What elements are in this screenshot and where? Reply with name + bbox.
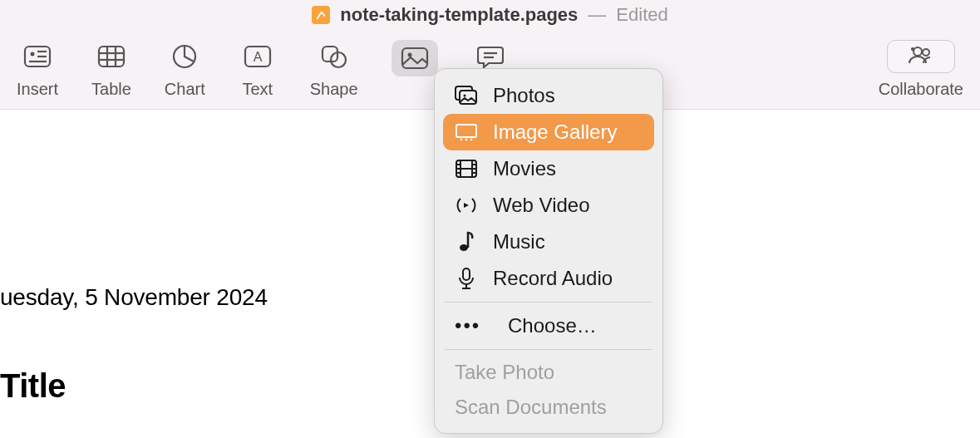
collaborate-label: Collaborate [879,80,963,99]
choose-label: Choose… [508,314,597,337]
shape-button[interactable]: Shape [310,40,358,99]
dropdown-item-music[interactable]: Music [443,224,654,260]
svg-point-31 [465,139,468,141]
svg-point-32 [470,139,473,141]
image-gallery-label: Image Gallery [493,121,617,144]
svg-text:A: A [253,50,262,64]
insert-icon [18,40,57,73]
svg-rect-42 [463,268,470,280]
svg-rect-17 [402,48,427,68]
table-button[interactable]: Table [91,40,131,99]
document-date[interactable]: uesday, 5 November 2024 [0,284,268,311]
image-gallery-icon [455,121,478,144]
dropdown-item-record-audio[interactable]: Record Audio [443,260,654,297]
svg-point-22 [923,49,929,56]
document-title[interactable]: Title [0,367,66,405]
photos-icon [455,84,478,107]
collaborate-button[interactable]: Collaborate [879,40,963,99]
svg-rect-27 [460,91,476,104]
ellipsis-icon: ••• [455,314,478,337]
table-label: Table [91,80,131,99]
dropdown-item-take-photo: Take Photo [443,355,654,390]
chart-icon [165,40,204,73]
shape-icon [315,40,353,73]
dropdown-item-photos[interactable]: Photos [443,77,654,114]
dropdown-divider [445,349,653,350]
titlebar: note-taking-template.pages — Edited [0,0,980,30]
insert-label: Insert [17,80,58,99]
insert-button[interactable]: Insert [17,40,58,99]
svg-point-41 [460,244,468,251]
music-label: Music [493,230,545,253]
chart-label: Chart [165,80,205,99]
dropdown-item-web-video[interactable]: Web Video [443,187,654,224]
media-dropdown: Photos Image Gallery Movies Web Video Mu… [434,68,663,434]
scan-documents-label: Scan Documents [455,396,607,419]
photos-label: Photos [493,84,555,107]
svg-point-30 [460,139,463,141]
document-icon [312,6,330,24]
web-video-label: Web Video [493,194,590,217]
web-video-icon [455,194,478,217]
dropdown-item-choose[interactable]: ••• Choose… [443,308,654,344]
table-icon [92,40,131,73]
svg-point-28 [464,95,466,97]
shape-label: Shape [310,80,358,99]
dropdown-divider [445,302,653,303]
dropdown-item-movies[interactable]: Movies [443,150,654,187]
media-icon [392,40,438,76]
take-photo-label: Take Photo [455,361,554,384]
text-icon: A [239,40,277,73]
movies-label: Movies [493,157,556,180]
collaborate-icon [907,45,935,68]
svg-point-18 [407,53,411,57]
media-button[interactable] [392,40,438,99]
movies-icon [455,157,478,180]
text-label: Text [242,80,273,99]
svg-rect-7 [99,47,124,66]
music-icon [455,230,478,253]
text-button[interactable]: A Text [239,40,277,99]
dropdown-item-scan-documents: Scan Documents [443,390,654,425]
dropdown-item-image-gallery[interactable]: Image Gallery [443,114,654,150]
record-audio-label: Record Audio [493,267,613,290]
svg-point-21 [914,47,922,56]
titlebar-separator: — [588,4,606,26]
document-filename[interactable]: note-taking-template.pages [340,4,578,26]
record-audio-icon [455,267,478,290]
edited-indicator: Edited [616,4,667,26]
chart-button[interactable]: Chart [165,40,205,99]
svg-rect-29 [456,125,476,137]
